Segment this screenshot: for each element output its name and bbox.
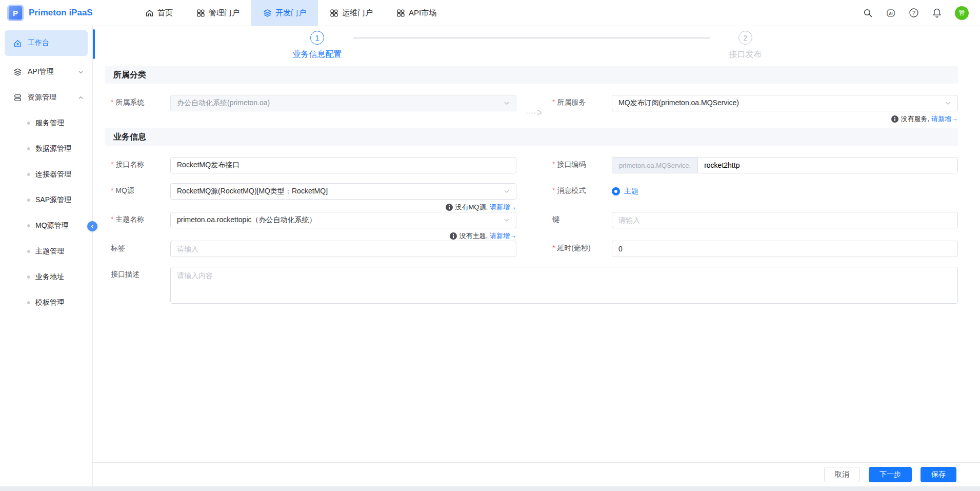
field-label: 接口名称 <box>111 157 170 169</box>
nav-item-label: 首页 <box>157 8 173 18</box>
bullet-icon <box>27 122 30 125</box>
home-icon <box>145 9 154 17</box>
field-label: 所属服务 <box>552 95 612 107</box>
step-1-circle: 1 <box>310 31 324 45</box>
nav-item-label: 运维门户 <box>342 8 373 18</box>
bullet-icon <box>27 173 30 176</box>
sidebar-item-label: 连接器管理 <box>35 170 71 179</box>
sidebar-item-mq-source-management[interactable]: MQ源管理 <box>0 213 92 239</box>
sidebar-item-label: SAP源管理 <box>35 195 71 205</box>
step-1-label: 业务信息配置 <box>293 49 342 60</box>
api-name-input[interactable] <box>170 157 516 173</box>
bell-icon[interactable] <box>932 8 942 18</box>
stepper: 1 业务信息配置 2 接口发布 <box>105 31 958 60</box>
sidebar-item-resource-management[interactable]: 资源管理 <box>0 85 92 110</box>
message-mode-radio[interactable]: 主题 <box>612 183 958 196</box>
nav-item-label: 管理门户 <box>209 8 239 18</box>
create-topic-link[interactable]: 请新增→ <box>490 231 516 241</box>
radio-selected-icon <box>612 187 620 195</box>
layers-icon <box>263 9 272 17</box>
chevron-up-icon <box>78 95 84 101</box>
nav-item-api-market[interactable]: API市场 <box>385 0 448 26</box>
field-system: 所属系统 办公自动化系统(primeton.oa) <box>111 95 516 124</box>
step-1-business-info: 1 业务信息配置 <box>282 31 353 60</box>
chevron-down-icon <box>945 100 951 106</box>
service-select[interactable]: MQ发布订阅(primeton.oa.MQService) <box>612 95 958 111</box>
section-title-business-info: 业务信息 <box>105 128 958 146</box>
field-message-mode: 消息模式 主题 <box>552 183 958 212</box>
topic-name-select[interactable]: primeton.oa.rockettopic（办公自动化系统） <box>170 212 516 228</box>
help-icon[interactable]: ? <box>909 8 919 18</box>
service-hint: 没有服务, 请新增→ <box>612 111 958 124</box>
form-footer: 取消 下一步 保存 <box>93 462 980 486</box>
key-input[interactable] <box>612 212 958 228</box>
sidebar-item-service-management[interactable]: 服务管理 <box>0 110 92 136</box>
delay-input[interactable] <box>612 241 958 257</box>
chevron-left-icon <box>90 224 95 229</box>
field-label: 标签 <box>111 241 170 253</box>
mapping-arrow-icon <box>516 95 552 124</box>
field-api-code: 接口编码 primeton.oa.MQService. <box>552 157 958 173</box>
grid-icon <box>196 9 205 17</box>
save-button[interactable]: 保存 <box>921 467 956 482</box>
nav-item-home[interactable]: 首页 <box>133 0 185 26</box>
top-bar: P Primeton iPaaS 首页 管理门户 开发门户 运维门户 A <box>0 0 980 26</box>
section-title-category: 所属分类 <box>105 66 958 84</box>
avatar[interactable]: 管 <box>955 6 969 20</box>
bullet-icon <box>27 301 30 304</box>
sidebar-item-topic-management[interactable]: 主题管理 <box>0 239 92 264</box>
create-service-link[interactable]: 请新增→ <box>931 114 958 124</box>
field-label: 消息模式 <box>552 183 612 195</box>
scrollbar-thumb[interactable] <box>93 29 95 59</box>
step-2-label: 接口发布 <box>729 49 762 60</box>
hint-text: 没有服务, <box>901 114 929 124</box>
sidebar-collapse-button[interactable] <box>87 221 97 231</box>
nav-item-ops-portal[interactable]: 运维门户 <box>318 0 385 26</box>
mq-source-select[interactable]: RocketMQ源(RocketMQ)[MQ类型：RocketMQ] <box>170 183 516 200</box>
chevron-down-icon <box>504 100 510 106</box>
sidebar-item-connector-management[interactable]: 连接器管理 <box>0 162 92 187</box>
grid-icon <box>330 9 338 17</box>
create-mq-source-link[interactable]: 请新增→ <box>490 203 516 212</box>
sidebar-item-business-address[interactable]: 业务地址 <box>0 264 92 290</box>
next-step-button[interactable]: 下一步 <box>869 467 912 482</box>
field-label: 接口描述 <box>111 267 170 279</box>
mq-source-hint: 没有MQ源, 请新增→ <box>170 200 516 212</box>
sidebar-item-template-management[interactable]: 模板管理 <box>0 290 92 316</box>
topic-hint: 没有主题, 请新增→ <box>170 228 516 241</box>
svg-text:AI: AI <box>889 11 893 15</box>
description-textarea[interactable] <box>170 267 958 304</box>
info-icon <box>891 115 898 123</box>
tag-input[interactable] <box>170 241 516 257</box>
form-content: 1 业务信息配置 2 接口发布 所属分类 所属系统 <box>93 26 980 462</box>
cancel-button[interactable]: 取消 <box>824 467 860 482</box>
sidebar-item-datasource-management[interactable]: 数据源管理 <box>0 136 92 162</box>
api-code-input[interactable] <box>698 158 957 173</box>
nav-item-dev-portal[interactable]: 开发门户 <box>251 0 318 26</box>
sidebar-item-label: MQ源管理 <box>35 221 69 230</box>
radio-label: 主题 <box>624 187 638 196</box>
field-label: 接口编码 <box>552 157 612 169</box>
system-select[interactable]: 办公自动化系统(primeton.oa) <box>170 95 516 111</box>
ai-assistant-icon[interactable]: AI <box>886 8 896 18</box>
field-label: 延时(毫秒) <box>552 241 612 253</box>
field-topic-name: 主题名称 primeton.oa.rockettopic（办公自动化系统） 没有… <box>111 212 516 241</box>
chevron-down-icon <box>78 69 84 75</box>
chevron-down-icon <box>504 217 510 223</box>
search-icon[interactable] <box>863 8 873 18</box>
nav-item-admin-portal[interactable]: 管理门户 <box>185 0 251 26</box>
sidebar-item-label: 业务地址 <box>35 272 64 282</box>
chevron-down-icon <box>504 188 510 194</box>
sidebar-item-workbench[interactable]: 工作台 <box>5 30 88 56</box>
select-value: primeton.oa.rockettopic（办公自动化系统） <box>177 215 316 225</box>
sidebar: 工作台 API管理 资源管理 服务管理 数据源管理 连接器管理 SAP源管理 M… <box>0 26 93 486</box>
select-value: 办公自动化系统(primeton.oa) <box>177 99 270 108</box>
nav-item-label: 开发门户 <box>275 8 306 18</box>
field-label: MQ源 <box>111 183 170 195</box>
sidebar-item-api-management[interactable]: API管理 <box>0 59 92 85</box>
brand-name: Primeton iPaaS <box>29 8 93 18</box>
sidebar-item-label: 数据源管理 <box>35 144 71 153</box>
api-code-group: primeton.oa.MQService. <box>612 157 958 173</box>
app-window: P Primeton iPaaS 首页 管理门户 开发门户 运维门户 A <box>0 0 980 486</box>
sidebar-item-sap-source-management[interactable]: SAP源管理 <box>0 187 92 213</box>
